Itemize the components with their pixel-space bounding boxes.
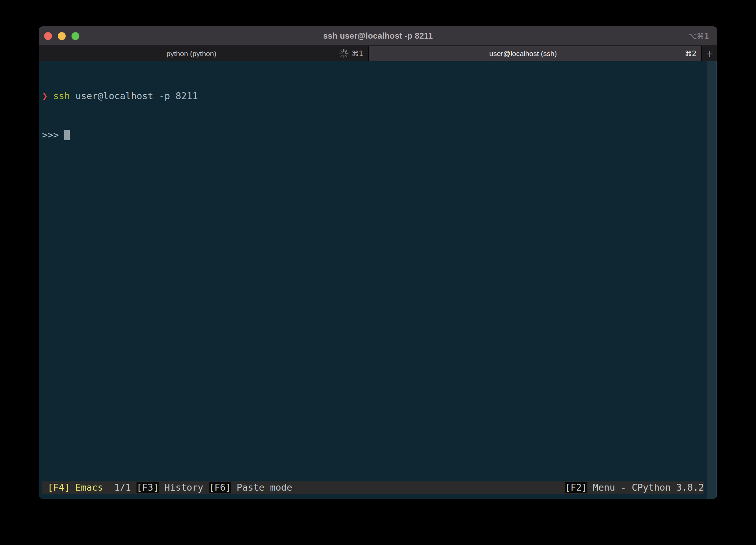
window-titlebar[interactable]: ssh user@localhost -p 8211 ⌥⌘1	[39, 26, 717, 45]
command-arguments: user@localhost -p 8211	[70, 91, 198, 101]
tab-python[interactable]: python (python)	[39, 46, 368, 61]
tab-ssh-accessory: ⌘2	[685, 46, 696, 61]
f3-key-hint: [F3]	[136, 482, 159, 493]
history-label: History	[159, 482, 209, 493]
command-name: ssh	[48, 91, 70, 101]
window-shortcut-hint: ⌥⌘1	[688, 26, 709, 45]
repl-prompt: >>>	[42, 130, 64, 140]
tab-ssh[interactable]: user@localhost (ssh) ⌘2	[369, 46, 701, 61]
ptpython-toolbar: [F4] Emacs 1/1 [F3] History [F6] Paste m…	[42, 481, 704, 494]
tab-python-accessory: ⌘1	[339, 46, 363, 61]
repl-prompt-line: >>>	[42, 129, 198, 142]
window-title: ssh user@localhost -p 8211	[39, 26, 717, 45]
scrollbar-track[interactable]	[707, 61, 717, 499]
new-tab-button[interactable]: +	[702, 46, 717, 61]
shell-command-line: ❯ ssh user@localhost -p 8211	[42, 90, 198, 103]
plus-icon: +	[706, 46, 713, 61]
terminal-text: ❯ ssh user@localhost -p 8211 >>>	[42, 64, 198, 168]
f4-emacs-hint: [F4] Emacs	[48, 482, 103, 493]
menu-python-version-label: Menu - CPython 3.8.2	[587, 482, 704, 493]
spinner-icon	[339, 49, 349, 58]
tab-python-shortcut: ⌘1	[352, 50, 363, 58]
toolbar-right: [F2] Menu - CPython 3.8.2	[565, 481, 704, 494]
prompt-arrow-icon: ❯	[42, 91, 48, 101]
terminal-content[interactable]: ❯ ssh user@localhost -p 8211 >>> [F4] Em…	[39, 61, 717, 499]
f6-key-hint: [F6]	[209, 482, 231, 493]
toolbar-left: [F4] Emacs 1/1 [F3] History [F6] Paste m…	[48, 481, 292, 494]
tab-ssh-label: user@localhost (ssh)	[369, 46, 677, 61]
f2-key-hint: [F2]	[565, 482, 587, 493]
terminal-cursor	[64, 130, 70, 140]
paste-mode-label: Paste mode	[231, 482, 292, 493]
tab-ssh-shortcut: ⌘2	[685, 50, 696, 58]
terminal-window: ssh user@localhost -p 8211 ⌥⌘1 python (p…	[39, 26, 717, 499]
history-page-indicator: 1/1	[103, 482, 137, 493]
tab-python-label: python (python)	[39, 46, 344, 61]
tab-bar: python (python)	[39, 45, 717, 61]
